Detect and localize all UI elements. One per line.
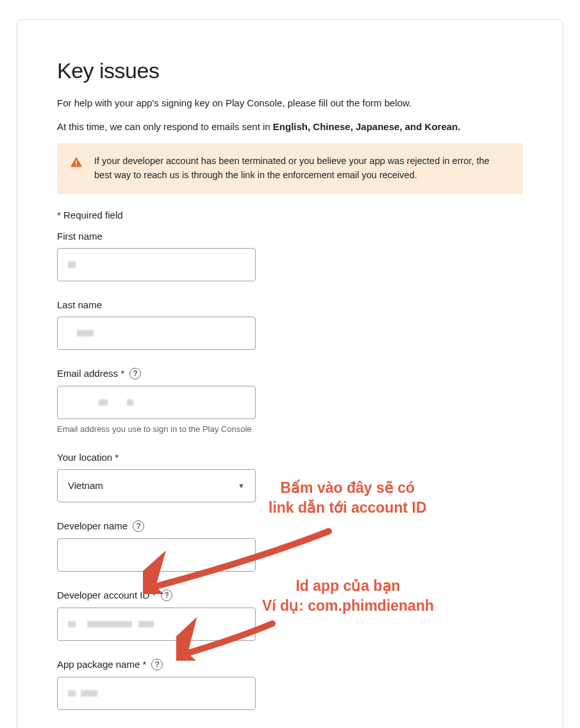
field-developer-account-id: Developer account ID * ? <box>57 590 523 641</box>
app-package-name-input[interactable] <box>57 677 256 710</box>
developer-name-input[interactable] <box>57 538 256 572</box>
developer-account-id-label: Developer account ID * <box>57 590 156 600</box>
app-package-name-label: App package name * <box>57 659 146 670</box>
field-last-name: Last name <box>57 299 523 350</box>
location-label: Your location * <box>57 452 119 463</box>
last-name-input[interactable] <box>57 317 256 350</box>
form-card: Key issues For help with your app's sign… <box>17 19 563 728</box>
developer-account-id-input[interactable] <box>57 608 256 641</box>
first-name-input[interactable] <box>57 248 256 281</box>
svg-rect-0 <box>76 161 77 164</box>
email-input[interactable] <box>57 386 256 419</box>
last-name-label: Last name <box>57 299 102 310</box>
language-note-bold: English, Chinese, Japanese, and Korean. <box>273 121 461 132</box>
field-email: Email address * ? Email address you use … <box>57 368 523 434</box>
field-app-package-name: App package name * ? <box>57 659 523 710</box>
warning-text: If your developer account has been termi… <box>94 154 508 183</box>
help-icon[interactable]: ? <box>133 520 144 532</box>
field-developer-name: Developer name ? <box>57 520 523 572</box>
help-icon[interactable]: ? <box>129 368 141 379</box>
developer-name-label: Developer name <box>57 520 128 531</box>
page-title: Key issues <box>57 58 523 83</box>
required-note: * Required field <box>57 210 523 220</box>
warning-alert: If your developer account has been termi… <box>57 143 523 194</box>
location-select[interactable]: Vietnam ▼ <box>57 469 256 502</box>
email-label: Email address * <box>57 368 124 379</box>
warning-icon <box>70 156 83 169</box>
first-name-label: First name <box>57 231 103 242</box>
help-icon[interactable]: ? <box>151 659 163 670</box>
help-icon[interactable]: ? <box>161 590 172 601</box>
email-helper: Email address you use to sign in to the … <box>57 424 523 434</box>
language-note: At this time, we can only respond to ema… <box>57 120 523 135</box>
svg-rect-1 <box>76 165 77 166</box>
location-value: Vietnam <box>68 480 103 491</box>
intro-text: For help with your app's signing key on … <box>57 96 523 111</box>
language-note-prefix: At this time, we can only respond to ema… <box>57 121 273 132</box>
chevron-down-icon: ▼ <box>238 482 245 490</box>
field-location: Your location * Vietnam ▼ <box>57 452 523 502</box>
field-first-name: First name <box>57 231 523 281</box>
